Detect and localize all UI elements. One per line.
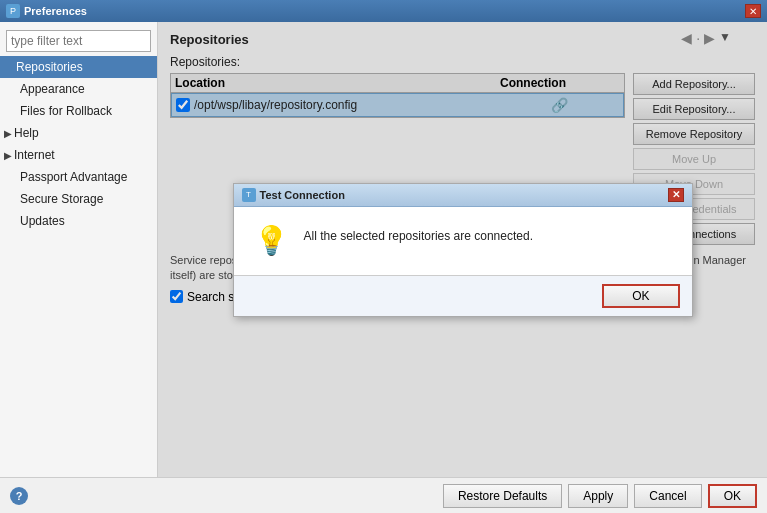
- sidebar-item-label: Updates: [20, 214, 65, 228]
- title-bar-left: P Preferences: [6, 4, 87, 18]
- sidebar-item-label: Passport Advantage: [20, 170, 127, 184]
- sidebar-item-label: Files for Rollback: [20, 104, 112, 118]
- sidebar-item-help[interactable]: ▶ Help: [0, 122, 157, 144]
- dialog-footer: OK: [234, 275, 692, 316]
- sidebar-item-label: Help: [14, 126, 39, 140]
- filter-input-wrap: [0, 26, 157, 56]
- app-icon: P: [6, 4, 20, 18]
- sidebar-item-internet[interactable]: ▶ Internet: [0, 144, 157, 166]
- content-area: ◀ · ▶ ▼ Repositories Repositories: Locat…: [158, 22, 767, 477]
- sidebar-item-label: Internet: [14, 148, 55, 162]
- window-title: Preferences: [24, 5, 87, 17]
- sidebar-item-updates[interactable]: Updates: [0, 210, 157, 232]
- sidebar-item-passport-advantage[interactable]: Passport Advantage: [0, 166, 157, 188]
- title-bar: P Preferences ✕: [0, 0, 767, 22]
- dialog-close-button[interactable]: ✕: [668, 188, 684, 202]
- dialog-body: 💡 All the selected repositories are conn…: [234, 207, 692, 275]
- bulb-icon: 💡: [254, 223, 290, 259]
- dialog-box: T Test Connection ✕ 💡 All the selected r…: [233, 183, 693, 317]
- bottom-left: ?: [10, 487, 28, 505]
- help-button[interactable]: ?: [10, 487, 28, 505]
- dialog-message: All the selected repositories are connec…: [304, 223, 533, 245]
- bottom-bar: ? Restore Defaults Apply Cancel OK: [0, 477, 767, 513]
- dialog-title-bar: T Test Connection ✕: [234, 184, 692, 207]
- sidebar-item-appearance[interactable]: Appearance: [0, 78, 157, 100]
- restore-defaults-button[interactable]: Restore Defaults: [443, 484, 562, 508]
- filter-input[interactable]: [6, 30, 151, 52]
- expand-arrow-icon: ▶: [4, 128, 12, 139]
- dialog-ok-button[interactable]: OK: [602, 284, 679, 308]
- sidebar-item-secure-storage[interactable]: Secure Storage: [0, 188, 157, 210]
- expand-arrow-icon: ▶: [4, 150, 12, 161]
- sidebar-item-label: Secure Storage: [20, 192, 103, 206]
- sidebar-item-files-for-rollback[interactable]: Files for Rollback: [0, 100, 157, 122]
- cancel-button[interactable]: Cancel: [634, 484, 701, 508]
- dialog-overlay: T Test Connection ✕ 💡 All the selected r…: [158, 22, 767, 477]
- sidebar-item-label: Appearance: [20, 82, 85, 96]
- sidebar: Repositories Appearance Files for Rollba…: [0, 22, 158, 477]
- sidebar-item-label: Repositories: [16, 60, 83, 74]
- apply-button[interactable]: Apply: [568, 484, 628, 508]
- main-container: Repositories Appearance Files for Rollba…: [0, 22, 767, 477]
- window-close-button[interactable]: ✕: [745, 4, 761, 18]
- bottom-right: Restore Defaults Apply Cancel OK: [443, 484, 757, 508]
- dialog-icon: T: [242, 188, 256, 202]
- ok-button[interactable]: OK: [708, 484, 757, 508]
- dialog-title-left: T Test Connection: [242, 188, 345, 202]
- sidebar-item-repositories[interactable]: Repositories: [0, 56, 157, 78]
- dialog-title: Test Connection: [260, 189, 345, 201]
